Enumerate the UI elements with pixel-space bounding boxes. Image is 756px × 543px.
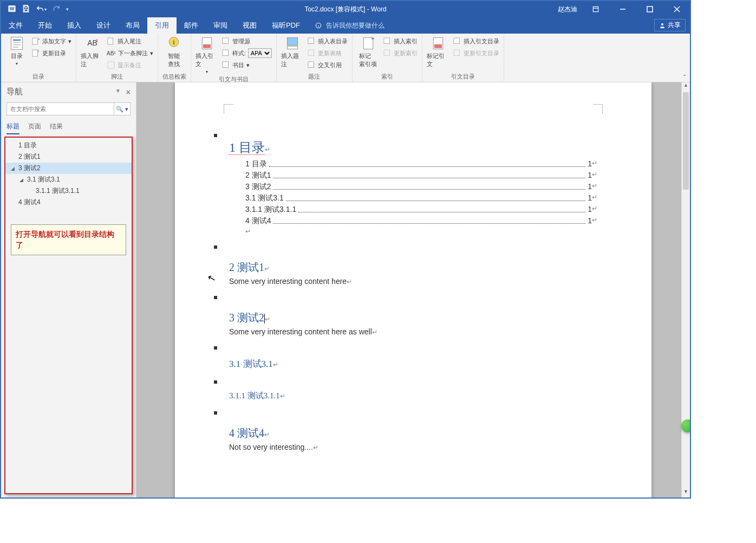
heading[interactable]: 2 测试1↵ <box>229 260 597 275</box>
style-dropdown[interactable]: APA <box>248 48 272 58</box>
tab-引用[interactable]: 引用 <box>147 17 177 34</box>
group-label: 信息检索 <box>162 72 186 82</box>
mark-index-button[interactable]: + 标记 索引项 <box>357 36 380 68</box>
body-text[interactable]: Some very interesting content here↵ <box>229 277 597 286</box>
svg-rect-31 <box>223 62 229 68</box>
cursor-icon: ↖ <box>206 271 217 285</box>
tab-审阅[interactable]: 审阅 <box>206 17 235 34</box>
close-button[interactable] <box>665 2 689 17</box>
qat-dropdown-icon[interactable]: ▾ <box>66 7 69 12</box>
heading[interactable]: 3 测试2↵ <box>229 311 597 325</box>
svg-rect-28 <box>203 44 211 48</box>
tree-item[interactable]: 1 目录 <box>5 140 132 151</box>
tree-item[interactable]: 3.1.1 测试3.1.1 <box>5 185 132 197</box>
save-icon[interactable] <box>22 4 30 15</box>
heading[interactable]: 3.1 测试3.1↵ <box>229 358 597 370</box>
heading-1[interactable]: 1 目录↵ <box>229 139 597 156</box>
add-text-button[interactable]: +添加文字 ▾ <box>31 36 71 47</box>
svg-rect-40 <box>384 50 390 56</box>
show-notes-button: 显示备注 <box>107 60 153 70</box>
svg-rect-34 <box>308 38 314 44</box>
group-label: 脚注 <box>81 72 153 82</box>
tree-item[interactable]: ◢3 测试2 <box>5 163 132 174</box>
scroll-up-icon[interactable]: ▲ <box>682 82 690 91</box>
tree-item[interactable]: 2 测试1 <box>5 151 132 163</box>
share-button[interactable]: 共享 <box>654 19 686 31</box>
maximize-button[interactable] <box>638 2 662 17</box>
vertical-scrollbar[interactable]: ▲ ▼ <box>681 82 690 497</box>
svg-point-11 <box>661 23 663 25</box>
manage-sources-button[interactable]: 管理源 <box>221 36 272 47</box>
scroll-thumb[interactable] <box>683 92 689 190</box>
tab-视图[interactable]: 视图 <box>235 17 264 34</box>
nav-close-icon[interactable]: × <box>126 88 131 96</box>
tab-开始[interactable]: 开始 <box>30 17 60 34</box>
toc-entry[interactable]: 3.1 测试3.11↵ <box>245 193 597 203</box>
svg-rect-23 <box>108 38 113 44</box>
next-footnote-button[interactable]: AB¹ 下一条脚注 ▾ <box>107 48 153 59</box>
svg-rect-4 <box>593 7 598 11</box>
ribbon-display-icon[interactable] <box>584 2 608 17</box>
scroll-down-icon[interactable]: ▼ <box>682 489 690 497</box>
svg-rect-36 <box>308 62 314 68</box>
redo-icon[interactable] <box>52 4 61 15</box>
smart-lookup-button[interactable]: i 智能 查找 <box>162 36 185 68</box>
nav-tab-页面[interactable]: 页面 <box>28 122 41 134</box>
svg-rect-2 <box>24 5 27 7</box>
insert-toa-button[interactable]: 插入引文目录 <box>453 36 499 47</box>
collapse-ribbon-icon[interactable]: ⌃ <box>682 74 687 80</box>
svg-rect-30 <box>223 50 229 56</box>
nav-title: 导航 <box>6 87 23 97</box>
toc-entry[interactable]: 3 测试21↵ <box>245 182 597 192</box>
nav-tab-结果[interactable]: 结果 <box>50 122 63 134</box>
tab-邮件[interactable]: 邮件 <box>177 17 206 34</box>
nav-tab-标题[interactable]: 标题 <box>6 122 19 134</box>
heading[interactable]: 4 测试4↵ <box>229 426 597 441</box>
window-title: Toc2.docx [兼容模式] - Word <box>304 5 386 14</box>
body-text[interactable]: Not so very interesting....↵ <box>229 443 597 451</box>
svg-text:+: + <box>371 36 374 42</box>
insert-endnote-button[interactable]: 插入尾注 <box>107 36 153 47</box>
heading[interactable]: 3.1.1 测试3.1.1↵ <box>229 391 597 401</box>
tree-item[interactable]: ◢3.1 测试3.1 <box>5 174 132 185</box>
toc-entry[interactable]: 3.1.1 测试3.1.11↵ <box>245 205 597 215</box>
user-name[interactable]: 赵杰迪 <box>555 5 581 14</box>
tab-文件[interactable]: 文件 <box>1 17 30 34</box>
title-bar: W ▾ ▾ Toc2.docx [兼容模式] - Word 赵杰迪 <box>1 1 690 17</box>
toc-entry[interactable]: 2 测试11↵ <box>245 171 597 180</box>
update-toc-button[interactable]: !更新目录 <box>31 48 71 59</box>
tell-me[interactable]: 告诉我你想要做什么 <box>314 17 384 34</box>
ribbon-tabs: 文件开始插入设计布局引用邮件审阅视图福昕PDF 告诉我你想要做什么 共享 <box>1 17 690 34</box>
insert-index-button[interactable]: 插入索引 <box>383 36 418 47</box>
svg-rect-39 <box>384 38 390 44</box>
search-icon[interactable]: 🔍 ▾ <box>114 103 130 115</box>
toc-entry[interactable]: 4 测试41↵ <box>245 216 597 226</box>
svg-rect-12 <box>11 37 23 50</box>
mark-citation-button[interactable]: 标记引文 <box>427 36 449 68</box>
ribbon: 目录▾ +添加文字 ▾ !更新目录 目录 AB1 插入脚注 插入尾注 AB¹ 下… <box>1 34 690 82</box>
insert-caption-button[interactable]: 插入题注 <box>281 36 304 68</box>
document-area[interactable]: 1 目录↵ 1 目录1↵2 测试11↵3 测试21↵3.1 测试3.11↵3.1… <box>136 82 690 497</box>
undo-icon[interactable]: ▾ <box>36 5 47 14</box>
tab-设计[interactable]: 设计 <box>89 17 118 34</box>
insert-citation-button[interactable]: 插入引文▾ <box>195 36 218 74</box>
citation-style[interactable]: 样式: APA <box>221 48 272 59</box>
toc-button[interactable]: 目录▾ <box>5 36 28 66</box>
tree-item[interactable]: 4 测试4 <box>5 197 132 208</box>
svg-text:1: 1 <box>96 38 98 43</box>
minimize-button[interactable] <box>611 2 635 17</box>
bibliography-button[interactable]: 书目 ▾ <box>221 60 272 70</box>
tab-福昕PDF[interactable]: 福昕PDF <box>264 17 308 34</box>
search-input[interactable] <box>7 103 114 115</box>
tab-布局[interactable]: 布局 <box>118 17 147 34</box>
insert-footnote-button[interactable]: AB1 插入脚注 <box>81 36 103 68</box>
insert-tof-button[interactable]: 插入表目录 <box>307 36 348 47</box>
nav-dropdown-icon[interactable]: ▼ <box>115 88 121 96</box>
nav-search[interactable]: 🔍 ▾ <box>6 102 131 115</box>
body-text[interactable]: Some very interesting content here as we… <box>229 327 597 336</box>
cross-reference-button[interactable]: 交叉引用 <box>307 60 348 70</box>
group-label: 目录 <box>5 72 71 82</box>
tab-插入[interactable]: 插入 <box>60 17 89 34</box>
toc-entry[interactable]: 1 目录1↵ <box>245 159 597 169</box>
svg-rect-24 <box>108 62 114 68</box>
